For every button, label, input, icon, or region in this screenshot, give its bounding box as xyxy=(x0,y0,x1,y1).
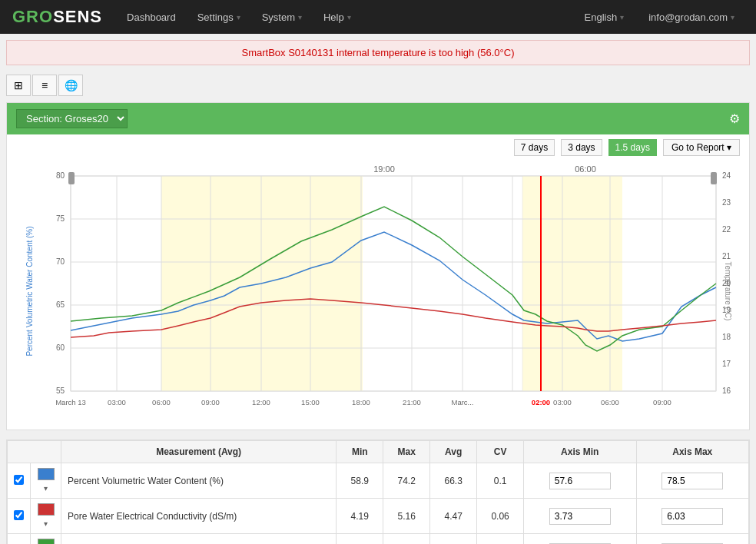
nav-help[interactable]: Help ▾ xyxy=(314,7,360,28)
th-min: Min xyxy=(337,441,383,463)
th-axis-max: Axis Max xyxy=(636,441,749,463)
day-1-5-button[interactable]: 1.5 days xyxy=(608,139,657,156)
section-select[interactable]: Section: Groses20 xyxy=(16,109,128,128)
brand-logo: GROSENS xyxy=(12,7,102,27)
y-right-label-16: 16 xyxy=(722,386,731,395)
row-axis-min-cell-1 xyxy=(524,499,636,534)
brand-sens: SENS xyxy=(53,7,102,26)
data-table-section: Measurement (Avg) Min Max Avg CV Axis Mi… xyxy=(6,440,750,544)
axis-min-input-1[interactable] xyxy=(549,508,611,525)
y-right-label-20: 20 xyxy=(722,279,731,287)
row-axis-max-cell-1 xyxy=(636,499,749,534)
row-axis-max-cell-2 xyxy=(636,534,749,545)
x-label-0900: 09:00 xyxy=(201,398,220,406)
chart-toolbar: 7 days 3 days 1.5 days Go to Report ▾ xyxy=(7,134,749,161)
drag-handle-left[interactable] xyxy=(68,172,75,184)
row-axis-min-cell-0 xyxy=(524,463,636,499)
th-axis-min: Axis Min xyxy=(524,441,636,463)
th-max: Max xyxy=(383,441,430,463)
y-label-60: 60 xyxy=(56,343,65,352)
brand-gro: GRO xyxy=(12,7,53,26)
th-check-color xyxy=(8,441,61,463)
row-cv-2: 0.1 xyxy=(477,534,524,545)
th-avg: Avg xyxy=(430,441,477,463)
row-color-cell: ▾ xyxy=(31,499,61,534)
row-max-1: 5.16 xyxy=(383,499,430,534)
x-label-0200: 02:00 xyxy=(532,398,550,406)
th-measurement: Measurement (Avg) xyxy=(61,441,337,463)
nav-dashboard[interactable]: Dashboard xyxy=(118,7,185,28)
row-min-2: 17.7 xyxy=(337,534,383,545)
row-color-swatch-1[interactable] xyxy=(38,503,55,516)
alert-bar: SmartBox S0140131 internal temperature i… xyxy=(6,40,750,65)
row-name-2: Temperature (°C) xyxy=(61,534,337,545)
x-label-2100: 21:00 xyxy=(403,398,421,406)
row-color-cell: ▾ xyxy=(31,534,61,545)
row-cv-0: 0.1 xyxy=(477,463,524,499)
table-body: ▾ Percent Volumetric Water Content (%) 5… xyxy=(8,463,749,545)
row-avg-1: 4.47 xyxy=(430,499,477,534)
day-3-button[interactable]: 3 days xyxy=(561,139,602,156)
row-color-swatch-0[interactable] xyxy=(38,468,55,480)
measurements-table: Measurement (Avg) Min Max Avg CV Axis Mi… xyxy=(7,440,749,544)
row-checkbox-1[interactable] xyxy=(14,510,24,520)
row-min-1: 4.19 xyxy=(337,499,383,534)
alert-message: SmartBox S0140131 internal temperature i… xyxy=(242,47,515,58)
row-avg-0: 66.3 xyxy=(430,463,477,499)
y-right-label-23: 23 xyxy=(722,198,731,207)
card-header: Section: Groses20 ⚙ xyxy=(7,103,749,134)
nav-links: Dashboard Settings ▾ System ▾ Help ▾ xyxy=(118,7,575,28)
y-label-75: 75 xyxy=(56,214,65,223)
row-checkbox-0[interactable] xyxy=(14,475,24,485)
nav-email[interactable]: info@grodan.com ▾ xyxy=(639,7,744,28)
day-7-button[interactable]: 7 days xyxy=(514,139,555,156)
nav-language[interactable]: English ▾ xyxy=(575,7,634,28)
nav-settings[interactable]: Settings ▾ xyxy=(188,7,250,28)
y-right-label-17: 17 xyxy=(722,360,731,368)
row-avg-2: 19.3 xyxy=(430,534,477,545)
nav-right: English ▾ info@grodan.com ▾ xyxy=(575,7,744,28)
y-label-65: 65 xyxy=(56,300,65,309)
row-checkbox-cell xyxy=(8,534,31,545)
x-label-1800: 18:00 xyxy=(352,398,370,406)
y-right-label-24: 24 xyxy=(722,171,731,180)
x-label-0300-right: 03:00 xyxy=(553,398,572,406)
row-axis-max-cell-0 xyxy=(636,463,749,499)
row-max-0: 74.2 xyxy=(383,463,430,499)
row-axis-min-cell-2 xyxy=(524,534,636,545)
list-view-button[interactable]: ≡ xyxy=(32,75,57,96)
row-checkbox-cell xyxy=(8,463,31,499)
x-label-march13: March 13 xyxy=(55,398,86,406)
table-row: ▾ Temperature (°C) 17.7 23.6 19.3 0.1 xyxy=(8,534,749,545)
row-max-2: 23.6 xyxy=(383,534,430,545)
row-checkbox-cell xyxy=(8,499,31,534)
chart-timestamp-center: 19:00 xyxy=(373,164,395,174)
globe-button[interactable]: 🌐 xyxy=(58,75,83,96)
chart-timestamp-right: 06:00 xyxy=(575,164,596,174)
row-cv-1: 0.06 xyxy=(477,499,524,534)
th-cv: CV xyxy=(477,441,524,463)
row-min-0: 58.9 xyxy=(337,463,383,499)
x-label-1500: 15:00 xyxy=(301,398,320,406)
main-card: Section: Groses20 ⚙ 7 days 3 days 1.5 da… xyxy=(6,102,750,430)
drag-handle-right[interactable] xyxy=(711,172,717,184)
navbar: GROSENS Dashboard Settings ▾ System ▾ He… xyxy=(0,0,756,34)
axis-min-input-0[interactable] xyxy=(549,473,611,489)
axis-max-input-0[interactable] xyxy=(662,473,723,489)
y-left-label: Percent Volumetric Water Content (%) xyxy=(25,226,34,356)
x-label-0600-right: 06:00 xyxy=(601,398,619,406)
y-right-label-22: 22 xyxy=(722,225,731,234)
gear-button[interactable]: ⚙ xyxy=(729,111,740,126)
swatch-dropdown-1[interactable]: ▾ xyxy=(44,519,48,528)
axis-max-input-1[interactable] xyxy=(662,508,723,525)
grid-view-button[interactable]: ⊞ xyxy=(6,75,31,96)
y-label-80: 80 xyxy=(56,171,65,180)
nav-system[interactable]: System ▾ xyxy=(253,7,311,28)
x-label-0900-right: 09:00 xyxy=(653,398,671,406)
go-to-report-button[interactable]: Go to Report ▾ xyxy=(663,139,740,156)
table-row: ▾ Percent Volumetric Water Content (%) 5… xyxy=(8,463,749,499)
x-label-0300: 03:00 xyxy=(108,398,126,406)
y-right-label-18: 18 xyxy=(722,333,731,341)
row-color-swatch-2[interactable] xyxy=(38,539,55,544)
swatch-dropdown-0[interactable]: ▾ xyxy=(44,484,48,493)
